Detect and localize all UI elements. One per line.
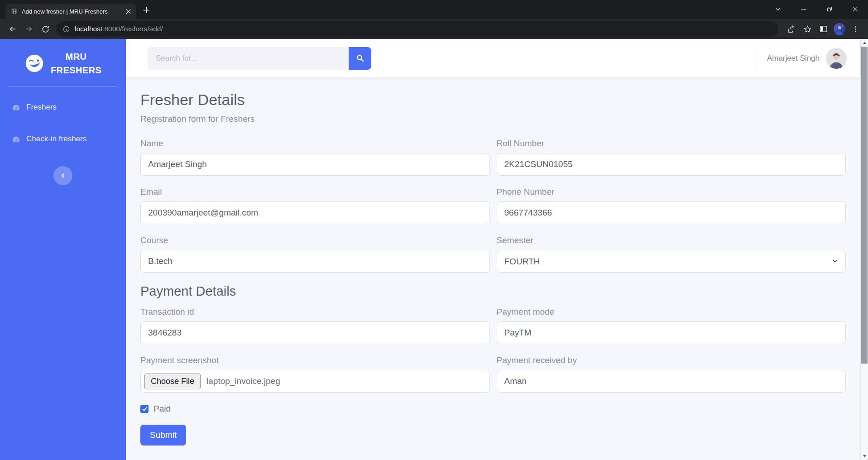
payment-received-by-label: Payment received by: [497, 355, 846, 365]
sidebar-divider: [8, 86, 118, 86]
roll-number-input[interactable]: [497, 153, 846, 176]
user-avatar[interactable]: [826, 48, 847, 69]
window-controls: [765, 0, 868, 18]
sidebar-item-freshers[interactable]: Freshers: [0, 94, 126, 121]
speedometer-icon: [12, 103, 20, 112]
payment-mode-label: Payment mode: [497, 307, 846, 317]
url-host: localhost: [75, 25, 102, 33]
field-payment-screenshot: Payment screenshot Choose File laptop_in…: [140, 355, 490, 393]
field-phone: Phone Number: [497, 187, 846, 224]
field-transaction-id: Transaction id: [140, 307, 490, 344]
url-text: localhost:8000/freshers/add/: [75, 25, 163, 33]
window-restore-button[interactable]: [816, 0, 842, 18]
smiley-wink-logo-icon: [24, 53, 44, 73]
page-title: Fresher Details: [140, 91, 846, 109]
sidebar-item-checkin-freshers[interactable]: Check-in freshers: [0, 125, 126, 153]
speedometer-icon: [12, 135, 20, 144]
payment-mode-input[interactable]: [497, 321, 846, 344]
paid-label: Paid: [153, 404, 171, 414]
back-button-icon[interactable]: [5, 21, 21, 37]
email-field[interactable]: [140, 201, 490, 224]
window-close-button[interactable]: [842, 0, 868, 18]
brand-line1: MRU: [51, 50, 101, 63]
forward-button-icon[interactable]: [21, 21, 37, 37]
transaction-id-input[interactable]: [140, 321, 490, 344]
user-name: Amarjeet Singh: [767, 54, 820, 63]
field-email: Email: [140, 187, 490, 224]
phone-label: Phone Number: [497, 187, 846, 197]
search-button[interactable]: [349, 47, 371, 70]
brand-line2: FRESHERS: [51, 63, 101, 77]
bookmark-star-icon[interactable]: [799, 21, 815, 37]
topbar-user-area[interactable]: Amarjeet Singh: [757, 48, 847, 69]
reload-button-icon[interactable]: [37, 21, 53, 37]
topbar-divider: [757, 49, 757, 68]
sidebar-collapse-button[interactable]: [53, 166, 72, 185]
tab-title: Add new fresher | MRU Freshers: [22, 8, 120, 15]
phone-input[interactable]: [497, 201, 846, 224]
search-icon: [356, 54, 364, 62]
payment-section-title: Payment Details: [140, 284, 846, 299]
choose-file-button[interactable]: Choose File: [144, 374, 201, 389]
transaction-id-label: Transaction id: [140, 307, 490, 317]
file-name: laptop_invoice.jpeg: [206, 376, 280, 386]
paid-row: Paid: [140, 404, 846, 414]
tab-search-chevron-icon[interactable]: [765, 0, 791, 18]
payment-received-by-input[interactable]: [497, 370, 846, 393]
roll-number-label: Roll Number: [497, 139, 846, 149]
browser-chrome: Add new fresher | MRU Freshers: [0, 0, 868, 39]
browser-tab[interactable]: Add new fresher | MRU Freshers: [5, 4, 136, 19]
field-name: Name: [140, 139, 490, 176]
chevron-left-icon: [59, 172, 67, 179]
url-path: :8000/freshers/add/: [102, 25, 163, 33]
scrollbar-up-arrow-icon[interactable]: [861, 39, 868, 47]
page-viewport: MRU FRESHERS Freshers: [0, 39, 868, 460]
browser-menu-icon[interactable]: [847, 21, 863, 37]
semester-label: Semester: [497, 235, 846, 245]
url-bar[interactable]: localhost:8000/freshers/add/: [56, 21, 778, 37]
field-payment-mode: Payment mode: [497, 307, 846, 344]
sidebar-item-label: Check-in freshers: [26, 134, 86, 144]
sidebar-item-label: Freshers: [26, 103, 57, 112]
window-minimize-button[interactable]: [791, 0, 816, 18]
page-subtitle: Registration form for Freshers: [140, 114, 846, 124]
new-tab-button[interactable]: [139, 3, 153, 17]
payment-screenshot-label: Payment screenshot: [140, 355, 490, 365]
page-scrollbar[interactable]: [860, 39, 868, 460]
scrollbar-thumb[interactable]: [861, 47, 868, 364]
sidebar: MRU FRESHERS Freshers: [0, 39, 126, 460]
submit-button[interactable]: Submit: [140, 425, 186, 446]
field-semester: Semester FOURTH: [497, 235, 846, 273]
brand-text: MRU FRESHERS: [51, 50, 101, 77]
browser-toolbar: localhost:8000/freshers/add/: [0, 19, 868, 39]
search-form: [148, 47, 371, 70]
brand[interactable]: MRU FRESHERS: [0, 39, 126, 84]
main-area: Amarjeet Singh Fresher Details Registrat…: [126, 39, 860, 460]
topbar: Amarjeet Singh: [126, 39, 860, 77]
site-info-icon[interactable]: [62, 25, 70, 33]
tab-strip: Add new fresher | MRU Freshers: [0, 0, 868, 19]
name-label: Name: [140, 139, 490, 149]
browser-profile-avatar[interactable]: [832, 21, 847, 37]
name-input[interactable]: [140, 153, 490, 176]
paid-checkbox[interactable]: [140, 405, 149, 413]
search-input[interactable]: [148, 47, 349, 70]
field-payment-received-by: Payment received by: [497, 355, 846, 393]
file-input[interactable]: Choose File laptop_invoice.jpeg: [140, 370, 490, 393]
semester-select[interactable]: FOURTH: [497, 250, 846, 273]
course-label: Course: [140, 235, 490, 245]
email-label: Email: [140, 187, 490, 197]
field-course: Course: [140, 235, 490, 273]
tab-favicon-globe-icon: [11, 8, 18, 15]
scrollbar-down-arrow-icon[interactable]: [861, 452, 868, 460]
tab-close-icon[interactable]: [124, 7, 132, 15]
share-icon[interactable]: [783, 21, 799, 37]
field-roll-number: Roll Number: [497, 139, 846, 176]
side-panel-icon[interactable]: [815, 21, 832, 37]
content: Fresher Details Registration form for Fr…: [126, 77, 860, 446]
course-input[interactable]: [140, 250, 490, 273]
